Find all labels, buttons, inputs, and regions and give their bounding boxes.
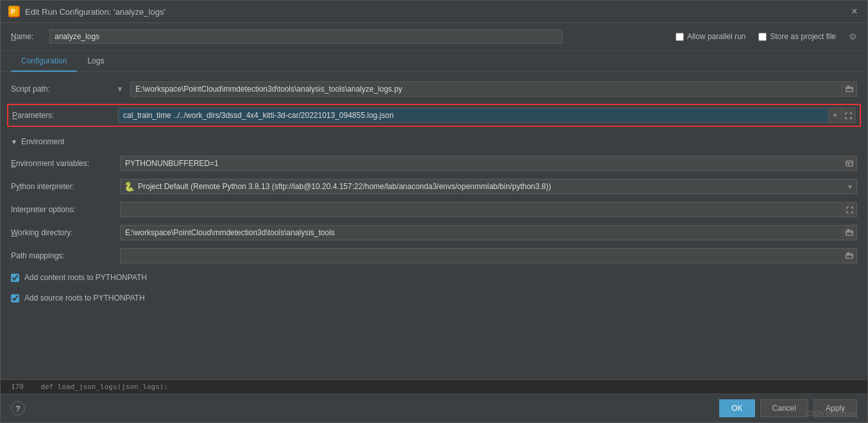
parameters-add-button[interactable]: + xyxy=(829,108,842,123)
interpreter-options-field-container xyxy=(120,202,857,217)
script-path-dropdown-arrow[interactable]: ▼ xyxy=(116,85,124,94)
dialog-title: Edit Run Configuration: 'analyze_logs' xyxy=(25,7,166,17)
path-mappings-input[interactable] xyxy=(120,248,842,263)
options-row: Allow parallel run Store as project file… xyxy=(676,31,857,42)
script-path-label-container: Script path: ▼ xyxy=(11,85,124,94)
env-variables-label: Environment variables: xyxy=(11,159,114,168)
tab-configuration[interactable]: Configuration xyxy=(11,51,77,72)
store-as-project-file-label[interactable]: Store as project file xyxy=(758,32,836,41)
tabs-row: Configuration Logs xyxy=(1,51,867,72)
interpreter-options-row: Interpreter options: xyxy=(11,201,857,218)
python-interpreter-row: Python interpreter: 🐍 Project Default (R… xyxy=(11,178,857,195)
parameters-inner: cal_train_time ../../work_dirs/3dssd_4x4… xyxy=(118,108,856,123)
name-row: Name: Allow parallel run Store as projec… xyxy=(1,23,867,51)
svg-rect-2 xyxy=(846,87,853,92)
help-button[interactable]: ? xyxy=(11,401,25,415)
watermark: CSDN @Clichong xyxy=(806,410,857,417)
script-path-browse-button[interactable] xyxy=(842,81,857,97)
svg-rect-8 xyxy=(847,229,849,231)
tab-logs[interactable]: Logs xyxy=(77,51,114,72)
working-directory-label: Working directory: xyxy=(11,228,114,237)
add-source-roots-row: Add source roots to PYTHONPATH xyxy=(11,291,857,305)
bottom-bar: ? OK Cancel Apply xyxy=(1,394,867,422)
store-as-project-file-checkbox[interactable] xyxy=(758,33,767,41)
path-mappings-browse-button[interactable] xyxy=(842,248,857,263)
python-interpreter-label: Python interpreter: xyxy=(11,182,114,191)
environment-chevron: ▼ xyxy=(11,138,17,145)
gear-icon[interactable]: ⚙ xyxy=(849,31,857,42)
parameters-row: Parameters: cal_train_time ../../work_di… xyxy=(7,104,861,127)
add-content-roots-label[interactable]: Add content roots to PYTHONPATH xyxy=(24,273,147,282)
working-directory-field-container: E:\workspace\PointCloud\mmdetection3d\to… xyxy=(120,225,857,240)
interpreter-options-label: Interpreter options: xyxy=(11,205,114,214)
code-line-number: 170 xyxy=(11,383,24,391)
add-content-roots-row: Add content roots to PYTHONPATH xyxy=(11,270,857,285)
env-variables-input[interactable] xyxy=(120,156,842,171)
allow-parallel-run-checkbox[interactable] xyxy=(676,33,684,41)
python-interpreter-value: Project Default (Remote Python 3.8.13 (s… xyxy=(138,182,551,191)
svg-text:P: P xyxy=(11,8,15,15)
environment-section-label: Environment xyxy=(21,137,64,146)
working-directory-value: E:\workspace\PointCloud\mmdetection3d\to… xyxy=(120,225,842,240)
close-button[interactable]: × xyxy=(849,6,860,17)
svg-rect-10 xyxy=(847,253,849,254)
add-content-roots-checkbox[interactable] xyxy=(11,274,19,282)
environment-section-header[interactable]: ▼ Environment xyxy=(11,133,857,149)
path-mappings-label: Path mappings: xyxy=(11,251,114,260)
ok-button[interactable]: OK xyxy=(719,399,754,417)
svg-rect-7 xyxy=(846,231,853,235)
env-variables-row: Environment variables: xyxy=(11,155,857,172)
parameters-expand-button[interactable] xyxy=(842,108,856,123)
name-input[interactable] xyxy=(49,29,563,44)
env-variables-field-container xyxy=(120,156,857,171)
svg-rect-9 xyxy=(846,254,853,258)
script-path-field-container: E:\workspace\PointCloud\mmdetection3d\to… xyxy=(130,81,857,97)
cancel-button[interactable]: Cancel xyxy=(760,399,808,417)
code-snippet-text: def load_json_logs(json_logs): xyxy=(40,383,168,391)
edit-run-config-dialog: P Edit Run Configuration: 'analyze_logs'… xyxy=(0,0,868,423)
python-interpreter-dropdown[interactable]: 🐍 Project Default (Remote Python 3.8.13 … xyxy=(120,179,857,194)
app-icon: P xyxy=(8,6,20,17)
script-path-label: Script path: xyxy=(11,85,114,94)
interpreter-options-input[interactable] xyxy=(120,202,843,217)
allow-parallel-run-label[interactable]: Allow parallel run xyxy=(676,32,745,41)
working-directory-browse-button[interactable] xyxy=(842,225,857,240)
code-snippet-bar: 170 def load_json_logs(json_logs): xyxy=(1,379,867,394)
name-label: Name: xyxy=(11,32,43,41)
parameters-label: Parameters: xyxy=(12,111,112,120)
script-path-value: E:\workspace\PointCloud\mmdetection3d\to… xyxy=(130,81,842,97)
title-bar-left: P Edit Run Configuration: 'analyze_logs' xyxy=(8,6,166,17)
working-directory-row: Working directory: E:\workspace\PointClo… xyxy=(11,224,857,241)
interpreter-options-expand-button[interactable] xyxy=(843,202,857,217)
svg-rect-4 xyxy=(846,161,853,166)
svg-rect-3 xyxy=(847,86,849,87)
bottom-left: ? xyxy=(11,401,25,415)
parameters-value[interactable]: cal_train_time ../../work_dirs/3dssd_4x4… xyxy=(118,108,829,123)
python-interpreter-arrow: ▼ xyxy=(847,183,853,190)
python-icon: 🐍 xyxy=(124,181,135,192)
env-variables-edit-button[interactable] xyxy=(842,156,857,171)
add-source-roots-checkbox[interactable] xyxy=(11,294,19,303)
path-mappings-field-container xyxy=(120,248,857,263)
script-path-row: Script path: ▼ E:\workspace\PointCloud\m… xyxy=(11,81,857,97)
content-area: Script path: ▼ E:\workspace\PointCloud\m… xyxy=(1,72,867,379)
add-source-roots-label[interactable]: Add source roots to PYTHONPATH xyxy=(24,294,145,303)
title-bar: P Edit Run Configuration: 'analyze_logs'… xyxy=(1,1,867,23)
path-mappings-row: Path mappings: xyxy=(11,247,857,264)
